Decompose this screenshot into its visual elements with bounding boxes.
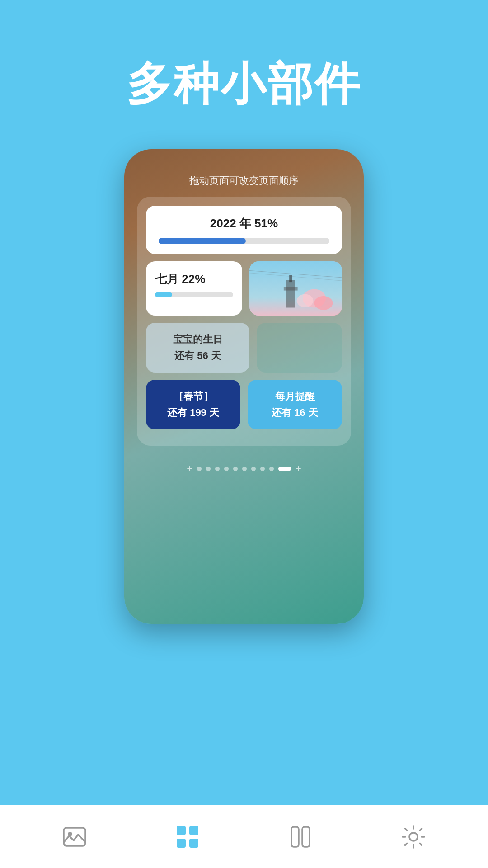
nav-item-gallery[interactable] <box>52 814 97 859</box>
dot-10-active <box>278 467 291 471</box>
settings-icon <box>400 823 427 850</box>
svg-rect-16 <box>302 827 310 847</box>
dot-4 <box>224 467 229 471</box>
spring-festival-days: 还有 199 天 <box>167 406 219 420</box>
pagination-add-right[interactable]: + <box>296 464 301 474</box>
svg-rect-2 <box>284 287 298 290</box>
dot-1 <box>197 467 202 471</box>
dot-8 <box>260 467 265 471</box>
dot-5 <box>233 467 238 471</box>
bottom-nav <box>0 805 488 868</box>
spacer-widget <box>257 323 342 373</box>
widget-row-3: ［春节］ 还有 199 天 每月提醒 还有 16 天 <box>146 380 342 429</box>
phone-mockup: 拖动页面可改变页面顺序 2022 年 51% 七月 22% <box>124 149 364 624</box>
widgets-icon <box>174 823 201 850</box>
hint-text: 拖动页面可改变页面顺序 <box>124 174 364 188</box>
month-widget[interactable]: 七月 22% <box>146 261 242 316</box>
page-title: 多种小部件 <box>0 0 488 115</box>
svg-rect-13 <box>177 839 186 848</box>
layout-icon <box>287 823 314 850</box>
month-progress-bg <box>155 292 233 297</box>
dot-7 <box>251 467 256 471</box>
spring-festival-name: ［春节］ <box>174 390 213 403</box>
monthly-reminder-widget[interactable]: 每月提醒 还有 16 天 <box>248 380 342 429</box>
monthly-reminder-days: 还有 16 天 <box>272 406 318 420</box>
dot-9 <box>269 467 274 471</box>
svg-rect-12 <box>189 826 198 835</box>
spring-festival-widget[interactable]: ［春节］ 还有 199 天 <box>146 380 240 429</box>
widget-row-1: 七月 22% <box>146 261 342 316</box>
svg-point-8 <box>297 294 314 307</box>
pagination: + + <box>124 464 364 474</box>
year-label: 2022 年 51% <box>159 216 329 231</box>
svg-rect-1 <box>286 280 295 308</box>
nav-item-settings[interactable] <box>391 814 436 859</box>
widget-container: 2022 年 51% 七月 22% <box>137 197 351 446</box>
birthday-days: 还有 56 天 <box>174 349 221 363</box>
month-label: 七月 22% <box>155 271 233 287</box>
svg-rect-9 <box>64 828 85 846</box>
svg-point-7 <box>314 296 333 310</box>
birthday-name: 宝宝的生日 <box>173 333 223 346</box>
dot-6 <box>242 467 247 471</box>
monthly-reminder-name: 每月提醒 <box>275 390 315 403</box>
pagination-add-left[interactable]: + <box>187 464 192 474</box>
year-progress-widget[interactable]: 2022 年 51% <box>146 206 342 254</box>
year-progress-bar-fill <box>159 238 246 244</box>
gallery-icon <box>61 823 88 850</box>
national-day-widget[interactable]: ［国庆节］ 还有 86 天 <box>249 261 342 316</box>
svg-rect-14 <box>189 839 198 848</box>
svg-rect-11 <box>177 826 186 835</box>
svg-rect-15 <box>291 827 299 847</box>
year-progress-bar-bg <box>159 238 329 244</box>
svg-point-17 <box>409 833 418 841</box>
nav-item-layout[interactable] <box>278 814 323 859</box>
widget-row-2: 宝宝的生日 还有 56 天 <box>146 323 342 373</box>
dot-3 <box>215 467 220 471</box>
birthday-widget[interactable]: 宝宝的生日 还有 56 天 <box>146 323 249 373</box>
month-progress-fill <box>155 292 172 297</box>
dot-2 <box>206 467 211 471</box>
nav-item-widgets[interactable] <box>165 814 210 859</box>
